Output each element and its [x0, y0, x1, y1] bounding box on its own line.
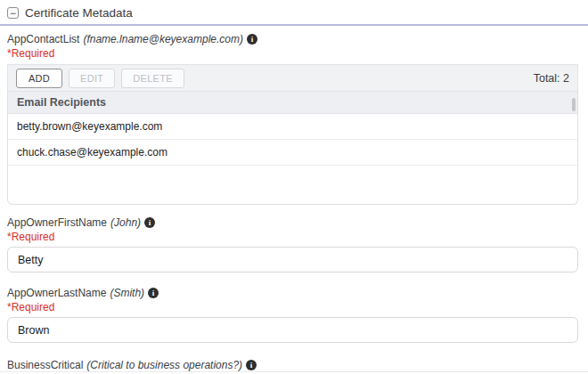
- app-owner-first-name-label: AppOwnerFirstName (John) i: [7, 216, 578, 229]
- required-badge: *Required: [7, 47, 578, 60]
- field-hint: (fname.lname@keyexample.com): [83, 33, 243, 45]
- last-name-field[interactable]: [7, 317, 578, 343]
- info-icon[interactable]: i: [148, 288, 159, 298]
- section-bottom-divider: [0, 371, 588, 372]
- section-divider: [0, 24, 588, 26]
- field-hint: (Critical to business operations?): [86, 359, 242, 371]
- email-recipients-table: Email Recipients betty.brown@keyexample.…: [7, 92, 578, 205]
- field-name: BusinessCritical: [7, 359, 83, 371]
- total-count: Total: 2: [534, 72, 569, 85]
- info-icon[interactable]: i: [144, 217, 155, 228]
- table-row[interactable]: betty.brown@keyexample.com: [8, 114, 577, 140]
- required-badge: *Required: [7, 231, 578, 243]
- collapse-icon[interactable]: −: [7, 7, 19, 19]
- info-icon[interactable]: i: [247, 34, 257, 45]
- business-critical-label: BusinessCritical (Critical to business o…: [7, 359, 578, 371]
- required-badge: *Required: [7, 301, 578, 313]
- section-header: − Certificate Metadata: [0, 0, 588, 24]
- email-recipients-grid: ADD EDIT DELETE Total: 2 Email Recipient…: [7, 64, 578, 205]
- add-button[interactable]: ADD: [16, 69, 62, 88]
- table-header-email-recipients[interactable]: Email Recipients: [8, 92, 577, 114]
- app-contact-list-label: AppContactList (fname.lname@keyexample.c…: [7, 33, 578, 45]
- delete-button[interactable]: DELETE: [121, 69, 184, 88]
- field-name: AppOwnerFirstName: [7, 216, 107, 229]
- page-title: Certificate Metadata: [25, 6, 133, 20]
- field-name: AppOwnerLastName: [7, 287, 106, 299]
- grid-toolbar: ADD EDIT DELETE Total: 2: [7, 64, 578, 92]
- app-owner-last-name-label: AppOwnerLastName (Smith) i: [7, 287, 578, 299]
- table-row[interactable]: chuck.chase@keyexample.com: [8, 140, 577, 166]
- edit-button[interactable]: EDIT: [69, 69, 115, 88]
- field-hint: (Smith): [110, 287, 144, 299]
- field-hint: (John): [110, 216, 141, 229]
- scrollbar-thumb[interactable]: [572, 98, 576, 111]
- first-name-field[interactable]: [7, 247, 578, 272]
- info-icon[interactable]: i: [246, 360, 257, 370]
- field-name: AppContactList: [7, 33, 79, 45]
